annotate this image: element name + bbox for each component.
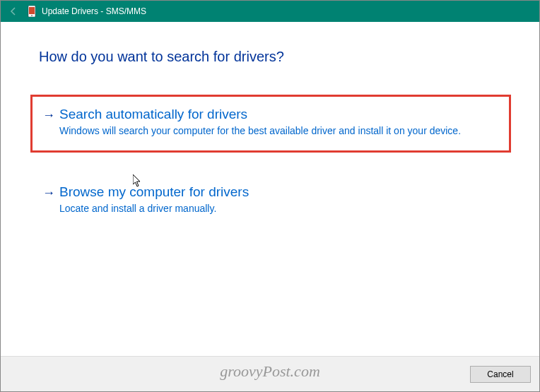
option-title: Browse my computer for drivers [59, 184, 498, 200]
option-title: Search automatically for drivers [59, 107, 498, 122]
option-description: Windows will search your computer for th… [59, 124, 498, 138]
window-title: Update Drivers - SMS/MMS [42, 6, 534, 16]
svg-rect-1 [29, 7, 35, 14]
dialog-content: How do you want to search for drivers? →… [1, 22, 539, 357]
device-icon [26, 6, 37, 17]
arrow-right-icon: → [42, 108, 57, 138]
option-description: Locate and install a driver manually. [59, 202, 498, 215]
back-arrow-icon[interactable] [6, 4, 20, 18]
svg-point-2 [31, 15, 33, 16]
option-search-automatically[interactable]: → Search automatically for drivers Windo… [30, 95, 511, 153]
page-heading: How do you want to search for drivers? [39, 49, 511, 65]
cancel-button[interactable]: Cancel [470, 366, 531, 383]
arrow-right-icon: → [42, 186, 57, 215]
dialog-footer: Cancel [1, 356, 539, 391]
titlebar: Update Drivers - SMS/MMS [1, 1, 539, 22]
option-browse-computer[interactable]: → Browse my computer for drivers Locate … [30, 172, 511, 230]
